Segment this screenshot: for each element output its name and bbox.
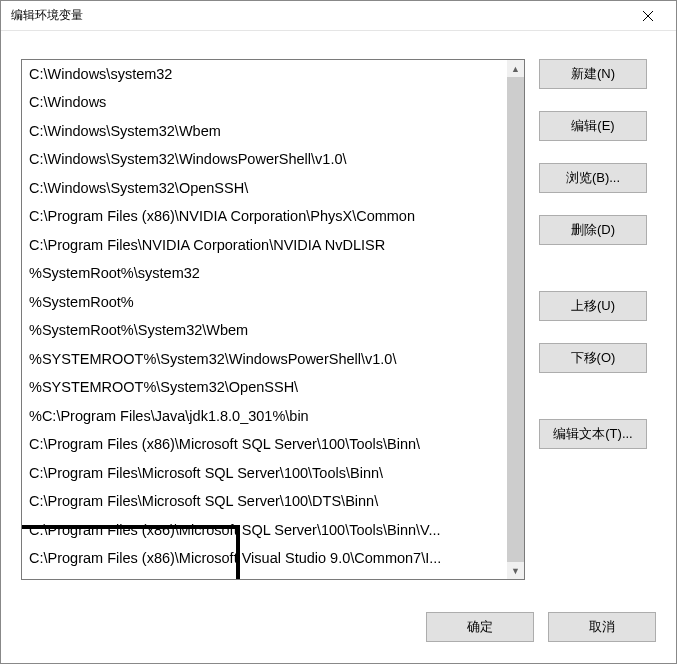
scroll-track[interactable]	[507, 77, 524, 562]
list-item[interactable]: %SystemRoot%\system32	[22, 259, 507, 287]
titlebar: 编辑环境变量	[1, 1, 676, 31]
list-item[interactable]: %SystemRoot%\System32\Wbem	[22, 316, 507, 344]
cancel-button[interactable]: 取消	[548, 612, 656, 642]
button-column: 新建(N) 编辑(E) 浏览(B)... 删除(D) 上移(U) 下移(O) 编…	[539, 59, 647, 593]
list-item[interactable]: C:\Windows\system32	[22, 60, 507, 88]
env-var-dialog: 编辑环境变量 C:\Windows\system32C:\WindowsC:\W…	[0, 0, 677, 664]
list-item[interactable]: C:\Program Files (x86)\Microsoft SQL Ser…	[22, 430, 507, 458]
list-item[interactable]: C:\Program Files (x86)\Microsoft Visual …	[22, 544, 507, 572]
scroll-up-icon[interactable]: ▲	[507, 60, 524, 77]
list-item[interactable]: %C:\Program Files\Java\jdk1.8.0_301%\bin	[22, 402, 507, 430]
list-item[interactable]: %SystemRoot%	[22, 288, 507, 316]
scroll-down-icon[interactable]: ▼	[507, 562, 524, 579]
move-down-button[interactable]: 下移(O)	[539, 343, 647, 373]
list-item[interactable]: C:\Windows	[22, 88, 507, 116]
list-item[interactable]: C:\Program Files (x86)\Microsoft SQL Ser…	[22, 516, 507, 544]
browse-button[interactable]: 浏览(B)...	[539, 163, 647, 193]
list-item[interactable]: C:\Windows\System32\Wbem	[22, 117, 507, 145]
edit-button[interactable]: 编辑(E)	[539, 111, 647, 141]
list-item[interactable]: C:\Program Files (x86)\NVIDIA Corporatio…	[22, 202, 507, 230]
move-up-button[interactable]: 上移(U)	[539, 291, 647, 321]
delete-button[interactable]: 删除(D)	[539, 215, 647, 245]
list-item[interactable]: %SYSTEMROOT%\System32\WindowsPowerShell\…	[22, 345, 507, 373]
scroll-thumb[interactable]	[507, 77, 524, 562]
list-item[interactable]: C:\Program Files\Microsoft SQL Server\10…	[22, 459, 507, 487]
list-item[interactable]: C:\Windows\System32\WindowsPowerShell\v1…	[22, 145, 507, 173]
path-listbox[interactable]: C:\Windows\system32C:\WindowsC:\Windows\…	[21, 59, 525, 580]
list-item[interactable]: C:\Program Files\NVIDIA Corporation\NVID…	[22, 231, 507, 259]
list-item[interactable]: C:\Program Files\Microsoft SQL Server\10…	[22, 487, 507, 515]
scrollbar[interactable]: ▲ ▼	[507, 60, 524, 579]
close-icon[interactable]	[628, 2, 668, 30]
list-item[interactable]: C:\Program Files (x86)\Microsoft SQL Ser…	[22, 572, 507, 579]
list-item[interactable]: %SYSTEMROOT%\System32\OpenSSH\	[22, 373, 507, 401]
list-item[interactable]: C:\Windows\System32\OpenSSH\	[22, 174, 507, 202]
edit-text-button[interactable]: 编辑文本(T)...	[539, 419, 647, 449]
new-button[interactable]: 新建(N)	[539, 59, 647, 89]
content-area: C:\Windows\system32C:\WindowsC:\Windows\…	[1, 31, 676, 603]
footer: 确定 取消	[1, 603, 676, 663]
dialog-title: 编辑环境变量	[11, 7, 83, 24]
ok-button[interactable]: 确定	[426, 612, 534, 642]
